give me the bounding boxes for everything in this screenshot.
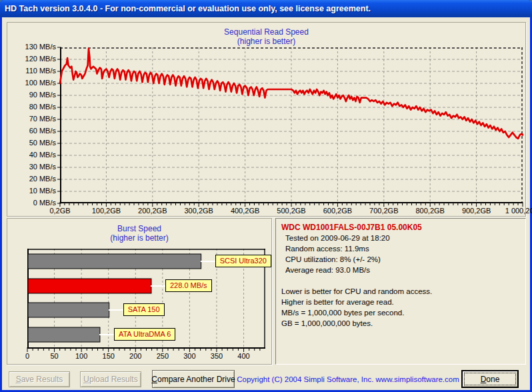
burst-bar xyxy=(28,254,201,269)
window-content: Sequential Read Speed (higher is better)… xyxy=(2,17,530,390)
sequential-read-title: Sequential Read Speed (higher is better) xyxy=(7,27,525,46)
random-access: Random access: 11.9ms xyxy=(281,243,520,254)
burst-speed-title: Burst Speed (higher is better) xyxy=(7,224,271,243)
y-axis-tick-label: 100 MB/s xyxy=(25,79,56,87)
x-axis-tick-label: 100,2GB xyxy=(92,207,121,215)
bar-label-connector xyxy=(151,285,165,287)
y-axis-tick-label: 70 MB/s xyxy=(29,115,56,123)
spacer xyxy=(281,275,520,286)
burst-bar xyxy=(28,327,100,342)
y-axis-tick-label: 10 MB/s xyxy=(29,187,56,195)
note-read: Higher is better for average read. xyxy=(281,297,520,307)
y-axis-tick-label: 120 MB/s xyxy=(25,55,56,63)
x-axis-tick-label: 800,2GB xyxy=(415,207,444,215)
chart-subtitle: (higher is better) xyxy=(7,37,525,46)
bar-label-connector xyxy=(201,261,215,262)
chart-title: Burst Speed xyxy=(7,224,271,233)
x-axis-tick-label: 700,2GB xyxy=(369,207,398,215)
burst-bar xyxy=(28,303,109,317)
cpu-utilization: CPU utilization: 8% (+/- 2%) xyxy=(281,254,520,265)
seq-y-axis-labels: 0 MB/s10 MB/s20 MB/s30 MB/s40 MB/s50 MB/… xyxy=(7,47,60,203)
upload-results-button[interactable]: Upload Results xyxy=(80,371,141,387)
y-axis-tick-label: 90 MB/s xyxy=(29,91,56,99)
x-axis-tick-label: 300,2GB xyxy=(184,207,213,215)
y-axis-tick-label: 60 MB/s xyxy=(29,127,56,135)
note-gb: GB = 1,000,000,000 bytes. xyxy=(281,318,520,329)
x-axis-tick-label: 600,2GB xyxy=(323,207,352,215)
x-axis-tick-label: 300 xyxy=(183,352,195,360)
seq-read-plot xyxy=(60,47,523,203)
copyright-text: Copyright (C) 2004 Simpli Software, Inc.… xyxy=(237,370,459,388)
chart-subtitle: (higher is better) xyxy=(7,233,271,243)
save-results-button[interactable]: Save Results xyxy=(9,371,70,387)
y-axis-tick-label: 130 MB/s xyxy=(25,43,56,51)
title-bar[interactable]: HD Tach version 3.0.4.0 - For non-commer… xyxy=(0,0,532,17)
y-axis-tick-label: 110 MB/s xyxy=(25,67,56,75)
x-axis-tick-label: 350 xyxy=(211,352,223,360)
average-read: Average read: 93.0 MB/s xyxy=(281,265,520,275)
y-axis-tick-label: 30 MB/s xyxy=(29,163,56,171)
chart-title: Sequential Read Speed xyxy=(7,27,525,37)
x-axis-tick-label: 900,2GB xyxy=(462,207,491,215)
x-axis-tick-label: 200 xyxy=(129,352,141,360)
compare-another-drive-button[interactable]: Compare Another Drive xyxy=(152,370,235,388)
sequential-read-panel: Sequential Read Speed (higher is better)… xyxy=(7,22,526,217)
burst-bar xyxy=(28,279,151,293)
y-axis-tick-label: 80 MB/s xyxy=(29,103,56,111)
done-button[interactable]: Done xyxy=(461,370,519,388)
x-axis-tick-label: 400,2GB xyxy=(231,207,259,215)
seq-read-chart-svg xyxy=(60,47,523,207)
drive-info-panel: WDC WD1001FALS-00J7B1 05.00K05 Tested on… xyxy=(275,218,526,365)
burst-x-axis-labels: 050100150200250300350400 xyxy=(27,352,265,363)
bar-label-connector xyxy=(99,334,114,335)
x-axis-tick-label: 250 xyxy=(157,352,169,360)
seq-x-axis-labels: 0,2GB100,2GB200,2GB300,2GB400,2GB500,2GB… xyxy=(60,207,523,217)
x-axis-tick-label: 0 xyxy=(25,352,29,360)
x-axis-tick-label: 150 xyxy=(103,352,115,360)
y-axis-tick-label: 0 MB/s xyxy=(33,199,56,207)
y-axis-tick-label: 20 MB/s xyxy=(29,175,56,183)
bar-label: SCSI Ultra320 xyxy=(215,255,271,267)
x-axis-tick-label: 500,2GB xyxy=(277,207,305,215)
note-cpu: Lower is better for CPU and random acces… xyxy=(281,286,520,297)
y-axis-tick-label: 40 MB/s xyxy=(29,151,56,159)
note-mbs: MB/s = 1,000,000 bytes per second. xyxy=(281,307,520,318)
y-axis-tick-label: 50 MB/s xyxy=(29,139,56,147)
x-axis-tick-label: 400 xyxy=(237,352,249,360)
burst-speed-panel: Burst Speed (higher is better) 050100150… xyxy=(7,218,272,365)
x-axis-tick-label: 200,2GB xyxy=(138,207,167,215)
window-title: HD Tach version 3.0.4.0 - For non-commer… xyxy=(5,4,371,13)
x-axis-tick-label: 50 xyxy=(50,352,58,360)
tested-on: Tested on 2009-06-29 at 18:20 xyxy=(281,233,520,243)
bar-label: ATA UltraDMA 6 xyxy=(114,328,175,341)
x-axis-tick-label: 100 xyxy=(75,352,87,360)
x-axis-tick-label: 1 000,2GB xyxy=(505,207,532,215)
bar-label-connector xyxy=(109,309,123,311)
hdtach-window: HD Tach version 3.0.4.0 - For non-commer… xyxy=(0,0,532,392)
drive-model: WDC WD1001FALS-00J7B1 05.00K05 xyxy=(281,222,520,233)
bar-label: SATA 150 xyxy=(123,303,165,316)
bar-label: 228.0 MB/s xyxy=(165,279,212,292)
x-axis-tick-label: 0,2GB xyxy=(49,207,70,215)
